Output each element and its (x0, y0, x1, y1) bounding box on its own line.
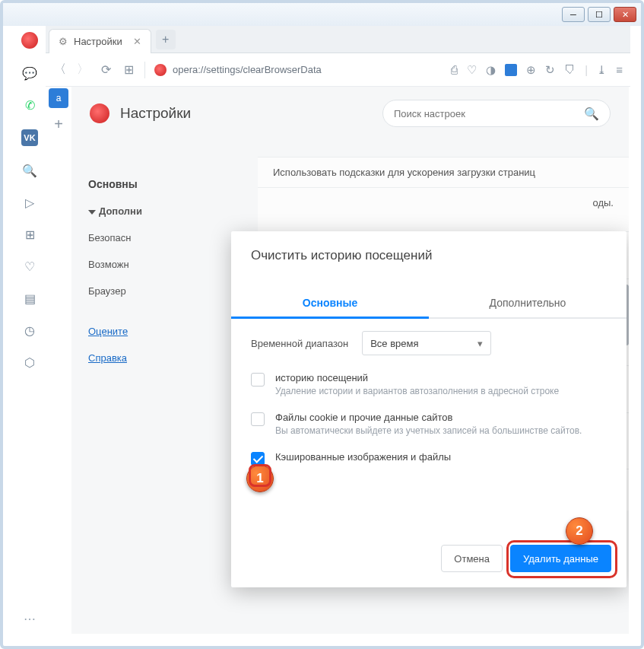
easy-setup-icon[interactable]: ≡ (616, 63, 623, 76)
bookmark-icon[interactable]: ♡ (22, 259, 37, 274)
snapshot-icon[interactable]: ⎙ (451, 63, 458, 76)
globe-icon[interactable]: ⊕ (526, 63, 536, 77)
settings-search-input[interactable] (394, 108, 584, 119)
annotation-highlight-2 (506, 540, 617, 578)
nav-item-security[interactable]: Безопасн (88, 224, 252, 251)
nav-section-basic[interactable]: Основны (88, 170, 252, 198)
search-icon: 🔍 (584, 107, 599, 121)
time-range-select[interactable]: Все время ▾ (362, 331, 491, 355)
window-maximize-button[interactable]: ☐ (588, 7, 611, 22)
forward-button[interactable]: 〉 (76, 62, 90, 78)
window-minimize-button[interactable]: ─ (562, 7, 585, 22)
sync-icon[interactable]: ↻ (545, 63, 555, 77)
settings-page: Настройки 🔍 Использовать подсказки для у… (71, 87, 629, 634)
cancel-button[interactable]: Отмена (441, 545, 503, 572)
opera-icon (154, 64, 167, 76)
nav-item-browser[interactable]: Браузер (88, 278, 252, 304)
history-icon[interactable]: ◷ (22, 323, 37, 338)
checkbox-cookies[interactable] (251, 412, 265, 426)
dialog-title: Очистить историю посещений (251, 248, 607, 263)
setting-row[interactable]: Использовать подсказки для ускорения заг… (258, 157, 629, 187)
more-icon[interactable]: ⋯ (14, 612, 46, 626)
settings-sidebar: Основны Дополни Безопасн Возможн Браузер… (71, 157, 258, 371)
option-history[interactable]: историю посещений Удаление истории и вар… (251, 364, 607, 404)
downloads-icon[interactable]: ⤓ (597, 63, 607, 77)
speed-dial-button[interactable]: ⊞ (122, 62, 135, 77)
vpn-icon[interactable]: ◑ (486, 63, 496, 77)
option-cookies[interactable]: Файлы cookie и прочие данные сайтов Вы а… (251, 404, 607, 444)
close-tab-icon[interactable]: ✕ (133, 36, 141, 47)
browser-tab-bar: ⚙ Настройки ✕ + (46, 26, 630, 53)
window-titlebar: ─ ☐ ✕ (3, 3, 641, 26)
tab-advanced[interactable]: Дополнительно (429, 289, 627, 319)
translate-icon[interactable] (505, 64, 517, 76)
address-bar: 〈 〉 ⟳ ⊞ opera://settings/clearBrowserDat… (46, 53, 630, 87)
workspace-tile[interactable]: a (49, 88, 68, 108)
gear-icon: ⚙ (59, 36, 68, 47)
url-text: opera://settings/clearBrowserData (173, 64, 322, 75)
nav-section-advanced[interactable]: Дополни (88, 198, 252, 224)
option-cache[interactable]: Кэшированные изображения и файлы 1 (251, 444, 607, 473)
time-range-label: Временной диапазон (251, 338, 348, 349)
search-icon[interactable]: 🔍 (22, 163, 37, 178)
speed-dial-icon[interactable]: ⊞ (22, 227, 37, 242)
back-button[interactable]: 〈 (53, 62, 67, 78)
chevron-down-icon: ▾ (477, 338, 483, 349)
annotation-badge-2: 2 (566, 517, 593, 545)
new-tab-button[interactable]: + (156, 30, 176, 49)
clear-data-dialog: Очистить историю посещений Основные Допо… (231, 231, 627, 587)
nav-link-rate[interactable]: Оцените (88, 318, 252, 345)
news-icon[interactable]: ▤ (22, 291, 37, 306)
shield-icon[interactable]: ⛉ (564, 63, 576, 76)
workspace-rail: a + (46, 87, 71, 634)
nav-link-help[interactable]: Справка (88, 345, 252, 371)
vk-icon[interactable]: VK (21, 129, 38, 146)
tab-basic[interactable]: Основные (231, 289, 429, 319)
whatsapp-icon[interactable]: ✆ (22, 97, 37, 113)
checkbox-history[interactable] (251, 373, 265, 387)
nav-item-features[interactable]: Возможн (88, 251, 252, 278)
setting-row[interactable]: оды. (258, 187, 629, 231)
send-icon[interactable]: ▷ (22, 195, 37, 210)
browser-tab[interactable]: ⚙ Настройки ✕ (49, 29, 151, 53)
reload-button[interactable]: ⟳ (99, 62, 113, 77)
toolbar-icons: ⎙ ♡ ◑ ⊕ ↻ ⛉ | ⤓ ≡ (451, 63, 623, 77)
opera-logo-icon (90, 103, 109, 123)
page-title: Настройки (120, 105, 191, 122)
add-workspace-button[interactable]: + (54, 116, 63, 133)
browser-side-rail: 💬 ✆ VK 🔍 ▷ ⊞ ♡ ▤ ◷ ⬡ ⋯ (14, 26, 46, 634)
bookmark-star-icon[interactable]: ♡ (467, 63, 477, 77)
window-close-button[interactable]: ✕ (614, 7, 636, 22)
annotation-highlight-1 (249, 464, 271, 487)
url-field[interactable]: opera://settings/clearBrowserData (154, 64, 442, 76)
extensions-icon[interactable]: ⬡ (22, 355, 37, 370)
tab-title: Настройки (74, 36, 122, 47)
settings-search[interactable]: 🔍 (382, 100, 611, 127)
